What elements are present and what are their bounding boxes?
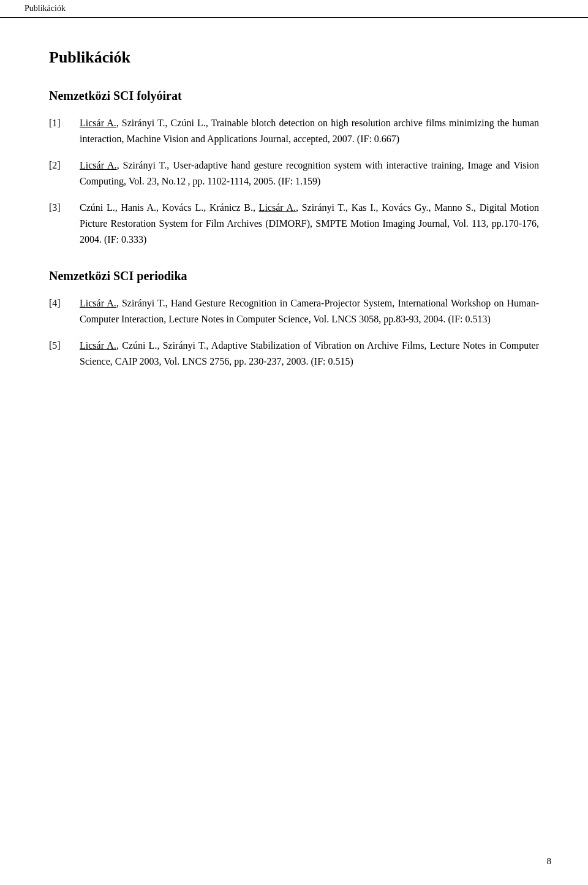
ref-text-1: Licsár A., Szirányi T., Czúni L., Traina… (80, 115, 539, 146)
section-sci-periodika: Nemzetközi SCI periodika [4] Licsár A., … (49, 269, 539, 369)
page-header: Publikációk (0, 0, 588, 18)
ref-author-underline-1: Licsár A. (80, 118, 116, 128)
ref-number-1: [1] (49, 115, 80, 131)
ref-number-3: [3] (49, 200, 80, 216)
ref-number-5: [5] (49, 338, 80, 354)
page-number: 8 (547, 856, 552, 867)
reference-item-2: [2] Licsár A., Szirányi T., User-adaptiv… (49, 158, 539, 189)
ref-author-underline-4: Licsár A. (80, 298, 116, 308)
section-title-folyoirat: Nemzetközi SCI folyóirat (49, 89, 539, 103)
ref-author-underline-5: Licsár A. (80, 340, 116, 351)
header-title: Publikációk (24, 4, 66, 13)
ref-text-5: Licsár A., Czúni L., Szirányi T., Adapti… (80, 338, 539, 369)
reference-item-3: [3] Czúni L., Hanis A., Kovács L., Kráni… (49, 200, 539, 247)
ref-text-3: Czúni L., Hanis A., Kovács L., Kránicz B… (80, 200, 539, 247)
reference-item-4: [4] Licsár A., Szirányi T., Hand Gesture… (49, 295, 539, 327)
section-sci-folyoirat: Nemzetközi SCI folyóirat [1] Licsár A., … (49, 89, 539, 247)
reference-item-5: [5] Licsár A., Czúni L., Szirányi T., Ad… (49, 338, 539, 369)
ref-number-4: [4] (49, 295, 80, 311)
ref-author-underline-3: Licsár A. (259, 202, 296, 213)
ref-text-4: Licsár A., Szirányi T., Hand Gesture Rec… (80, 295, 539, 327)
reference-item-1: [1] Licsár A., Szirányi T., Czúni L., Tr… (49, 115, 539, 146)
ref-author-underline-2: Licsár A. (80, 160, 117, 170)
section-title-periodika: Nemzetközi SCI periodika (49, 269, 539, 283)
ref-number-2: [2] (49, 158, 80, 173)
page-content: Publikációk Nemzetközi SCI folyóirat [1]… (0, 18, 588, 431)
page-main-title: Publikációk (49, 48, 539, 67)
ref-text-2: Licsár A., Szirányi T., User-adaptive ha… (80, 158, 539, 189)
